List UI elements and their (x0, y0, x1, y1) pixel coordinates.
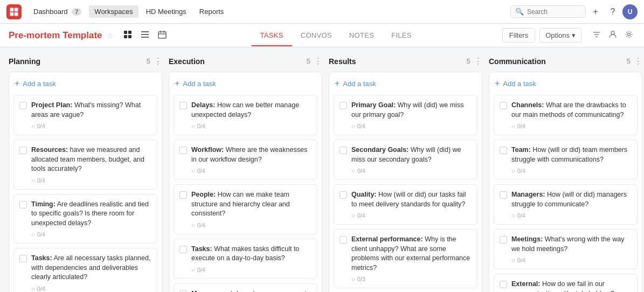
card-checkbox[interactable] (179, 191, 187, 199)
task-card: Quality: How (will or did) our tasks fai… (334, 184, 477, 225)
card-top: Quality: How (will or did) our tasks fai… (340, 190, 472, 209)
card-checkbox[interactable] (340, 102, 347, 109)
avatar[interactable]: U (622, 4, 638, 19)
card-top: Management: how does management impede w… (179, 289, 311, 293)
column-menu-icon[interactable]: ⋮ (474, 56, 482, 66)
add-task-button[interactable]: +Add a task (494, 77, 638, 91)
column-inner-execution: +Add a task Delays: How can we better ma… (169, 72, 322, 292)
tab-notes[interactable]: NOTES (341, 25, 383, 46)
card-progress: 0/4 (37, 231, 45, 238)
add-button[interactable]: + (588, 4, 603, 19)
check-circle-icon: ○ (351, 123, 355, 129)
card-text: External performance: Why is the client … (351, 235, 472, 273)
card-top: Team: How (will or did) team members str… (500, 145, 632, 164)
task-card: Meetings: What's wrong with the way we h… (494, 229, 638, 269)
card-checkbox[interactable] (179, 246, 187, 253)
plus-icon: + (175, 79, 179, 88)
card-meta: ○ 0/4 (19, 123, 151, 129)
task-card: Delays: How can we better manage unexpec… (174, 95, 317, 135)
board: Planning 5 ⋮ +Add a task Project Plan: W… (0, 47, 644, 292)
search-box[interactable]: 🔍 (510, 5, 586, 18)
column-inner-communication: +Add a task Channels: What are the drawb… (489, 72, 642, 292)
add-task-button[interactable]: +Add a task (13, 77, 157, 91)
settings-icon[interactable] (622, 28, 635, 43)
help-button[interactable]: ? (605, 4, 620, 19)
tab-convos[interactable]: CONVOS (292, 25, 341, 46)
sort-icon[interactable] (590, 28, 603, 43)
add-task-button[interactable]: +Add a task (174, 77, 317, 91)
card-checkbox[interactable] (500, 191, 507, 199)
card-checkbox[interactable] (19, 255, 27, 262)
card-checkbox[interactable] (500, 102, 507, 109)
card-checkbox[interactable] (19, 201, 27, 208)
view-calendar-icon[interactable] (155, 28, 170, 43)
card-meta: ○ 0/4 (340, 212, 472, 219)
check-circle-icon: ○ (511, 168, 515, 174)
nav-hdmeetings[interactable]: HD Meetings (141, 5, 192, 18)
card-checkbox[interactable] (19, 147, 27, 154)
card-top: Channels: What are the drawbacks to our … (500, 101, 632, 120)
nav-workspaces[interactable]: Workspaces (89, 5, 138, 18)
options-button[interactable]: Options ▾ (539, 28, 581, 43)
card-meta: ○ 0/4 (19, 286, 151, 292)
card-meta: ○ 0/4 (500, 212, 632, 219)
card-checkbox[interactable] (179, 147, 187, 154)
task-card: External: How do we fail in our communic… (494, 274, 638, 292)
view-icons (120, 28, 170, 43)
check-circle-icon: ○ (511, 123, 515, 129)
card-progress: 0/4 (517, 123, 525, 129)
card-progress: 0/4 (517, 168, 525, 174)
card-checkbox[interactable] (179, 102, 187, 109)
search-input[interactable] (527, 8, 576, 16)
tab-tasks[interactable]: TASKS (252, 25, 292, 46)
card-progress: 0/4 (37, 177, 45, 184)
card-checkbox[interactable] (179, 290, 187, 293)
card-progress: 0/4 (357, 212, 365, 219)
card-checkbox[interactable] (340, 147, 347, 154)
task-card: Team: How (will or did) team members str… (494, 140, 638, 180)
star-icon[interactable]: ☆ (107, 31, 114, 40)
view-grid-icon[interactable] (120, 28, 135, 43)
card-meta: ○ 0/4 (340, 168, 472, 174)
svg-rect-3 (15, 12, 18, 16)
app-logo[interactable] (6, 4, 22, 19)
check-circle-icon: ○ (31, 286, 35, 292)
card-checkbox[interactable] (340, 236, 347, 244)
project-title: Pre-mortem Template (9, 30, 102, 41)
card-progress: 0/4 (197, 123, 205, 129)
svg-rect-6 (124, 35, 127, 38)
column-menu-icon[interactable]: ⋮ (154, 56, 162, 66)
card-checkbox[interactable] (500, 281, 507, 288)
card-meta: ○ 0/4 (179, 222, 311, 228)
person-icon[interactable] (606, 28, 619, 43)
card-checkbox[interactable] (500, 147, 507, 154)
filters-button[interactable]: Filters (502, 28, 535, 43)
card-text: Management: how does management impede w… (191, 289, 311, 293)
nav-reports[interactable]: Reports (194, 5, 230, 18)
column-header-planning: Planning 5 ⋮ (9, 56, 162, 66)
add-task-label: Add a task (23, 80, 56, 88)
card-top: Project Plan: What's missing? What areas… (19, 101, 151, 120)
dashboard-badge: 7 (72, 8, 81, 16)
column-menu-icon[interactable]: ⋮ (634, 56, 642, 66)
card-text: Delays: How can we better manage unexpec… (191, 101, 311, 120)
column-menu-icon[interactable]: ⋮ (314, 56, 322, 66)
task-card: Management: how does management impede w… (174, 283, 317, 293)
card-top: Resources: have we measured and allocate… (19, 145, 151, 174)
task-card: Secondary Goals: Why will (did) we miss … (334, 140, 477, 180)
svg-rect-11 (158, 32, 166, 38)
card-meta: ○ 0/4 (19, 177, 151, 184)
card-top: Workflow: Where are the weaknesses in ou… (179, 145, 311, 164)
svg-rect-8 (141, 31, 149, 32)
card-text: Tasks: What makes tasks difficult to exe… (191, 245, 311, 263)
card-meta: ○ 0/4 (179, 168, 311, 174)
add-task-button[interactable]: +Add a task (334, 77, 477, 91)
view-list-icon[interactable] (137, 28, 153, 43)
card-text: Project Plan: What's missing? What areas… (31, 101, 151, 120)
nav-dashboard[interactable]: Dashboard 7 (28, 5, 87, 18)
tab-files[interactable]: FILES (383, 25, 420, 46)
card-meta: ○ 0/4 (340, 123, 472, 129)
card-checkbox[interactable] (500, 236, 507, 244)
card-checkbox[interactable] (340, 191, 347, 199)
card-checkbox[interactable] (19, 102, 27, 109)
